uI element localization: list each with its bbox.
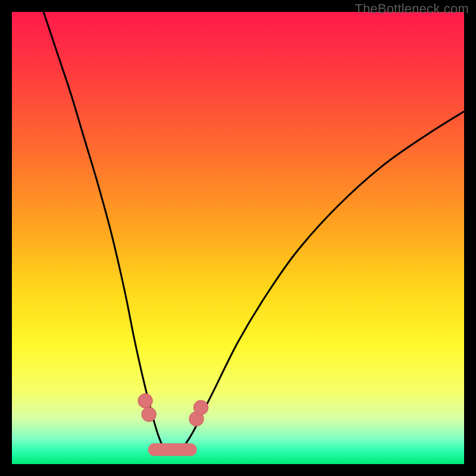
- chart-frame: TheBottleneck.com: [0, 0, 476, 476]
- curve-marker: [142, 407, 156, 421]
- watermark-text: TheBottleneck.com: [355, 1, 469, 17]
- curve-marker: [194, 400, 208, 415]
- curve-markers: [138, 393, 208, 426]
- curve-marker: [138, 393, 152, 408]
- plot-area: [12, 12, 464, 464]
- bottleneck-curve: [43, 12, 464, 452]
- chart-svg: [12, 12, 464, 464]
